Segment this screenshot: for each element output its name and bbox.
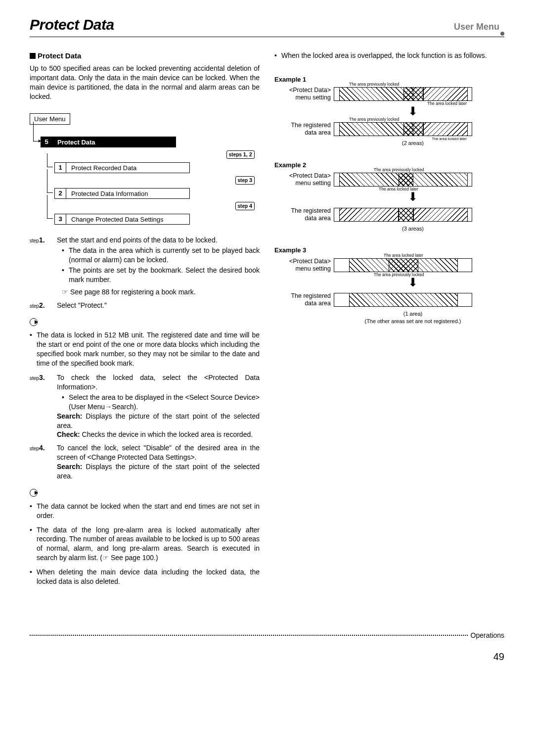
ex1-reg-later bbox=[423, 123, 468, 136]
menu-num-2: 2 bbox=[54, 188, 66, 199]
example-3: Example 3 <Protect Data>menu setting The… bbox=[274, 246, 504, 325]
note-512mb: The data is locked in 512 MB unit. The r… bbox=[37, 331, 260, 368]
step3-label: step3. bbox=[30, 373, 57, 439]
page-number: 49 bbox=[30, 650, 504, 663]
ex1-later-area bbox=[423, 88, 468, 100]
step-tag-12: steps steps 1, 21, 2 bbox=[226, 150, 255, 159]
example-1: Example 1 <Protect Data>menu setting The… bbox=[274, 75, 504, 147]
page-header: Protect Data User Menu bbox=[30, 15, 504, 37]
step-1: step1. Set the start and end points of t… bbox=[30, 236, 260, 296]
clock-icon bbox=[30, 489, 38, 497]
menu-tree: User Menu 5 Protect Data steps steps 1, … bbox=[30, 113, 260, 225]
step1-bullet1: The data in the area which is currently … bbox=[69, 246, 260, 265]
clock-icon bbox=[30, 318, 38, 326]
step4-search-label: Search: bbox=[57, 463, 82, 471]
overlap-intro: When the locked area is overlapped, the … bbox=[281, 51, 487, 60]
right-column: •When the locked area is overlapped, the… bbox=[274, 51, 504, 591]
menu-num-5: 5 bbox=[41, 137, 52, 147]
step4-label: step4. bbox=[30, 443, 57, 481]
tree-connector-icon bbox=[47, 153, 53, 167]
step2-label: step2. bbox=[30, 301, 57, 310]
dotted-leader-icon bbox=[30, 635, 468, 636]
ex1-overlap bbox=[403, 88, 423, 100]
ex2-overlap bbox=[399, 173, 413, 186]
ex2-bar2 bbox=[334, 208, 472, 222]
ex1-ann-prev: The area previously locked bbox=[349, 82, 400, 87]
step1-see: See page 88 for registering a book mark. bbox=[70, 288, 196, 296]
step-tag-4: step 4 bbox=[235, 202, 255, 210]
ex3-areas: (1 area) (The other areas set are not re… bbox=[344, 310, 482, 325]
ex2-row1-label: <Protect Data>menu setting bbox=[274, 172, 334, 187]
menu-item-protect-recorded: Protect Recorded Data bbox=[66, 162, 190, 173]
ex3-row2-label: The registereddata area bbox=[274, 292, 334, 307]
ex3-reg bbox=[349, 293, 458, 306]
tree-connector-icon bbox=[47, 169, 53, 193]
step3-check-text: Checks the device in which the locked ar… bbox=[80, 430, 253, 438]
step3-check-label: Check: bbox=[57, 430, 80, 438]
note-pre-alarm: The data of the long pre-alarm area is l… bbox=[37, 525, 260, 563]
tree-connector-icon bbox=[47, 195, 53, 219]
ex1-prev-area bbox=[339, 88, 413, 100]
ex3-ann-later: The area locked later bbox=[384, 253, 423, 258]
note-order: The data cannot be locked when the start… bbox=[37, 502, 260, 520]
ex2-row2-label: The registereddata area bbox=[274, 207, 334, 222]
menu-num-3: 3 bbox=[54, 214, 66, 225]
step3-search-text: Displays the picture of the start point … bbox=[57, 412, 260, 429]
ex2-reg-a bbox=[339, 208, 399, 221]
step1-label: step1. bbox=[30, 236, 57, 296]
left-column: Protect Data Up to 500 specified areas c… bbox=[30, 51, 260, 591]
ex2-reg-c bbox=[413, 208, 468, 221]
ex1-ann-later2: The area locked later bbox=[432, 137, 467, 142]
ex1-reg-cross bbox=[403, 123, 423, 136]
menu-num-1: 1 bbox=[54, 162, 66, 173]
tree-connector-icon bbox=[33, 122, 39, 142]
example-2: Example 2 <Protect Data>menu setting The… bbox=[274, 161, 504, 233]
step-3: step3. To check the locked data, select … bbox=[30, 373, 260, 439]
step4-search-text: Displays the picture of the start point … bbox=[57, 463, 260, 480]
footer-operations: Operations bbox=[471, 631, 504, 640]
note-delete: When deleting the main device data inclu… bbox=[37, 567, 260, 586]
ex2-bar1: The area previously locked The area lock… bbox=[334, 173, 472, 187]
ex2-areas: (3 areas) bbox=[344, 225, 482, 233]
step2-text: Select "Protect." bbox=[57, 301, 260, 310]
step3-search-label: Search: bbox=[57, 412, 82, 420]
header-section: User Menu bbox=[454, 21, 504, 36]
step-tag-3: step 3 bbox=[235, 176, 255, 185]
ex2-reg-b bbox=[399, 208, 413, 221]
ex1-ann-later: The area locked later bbox=[427, 101, 467, 106]
ex3-row1-label: <Protect Data>menu setting bbox=[274, 258, 334, 273]
menu-item-protected-info: Protected Data Information bbox=[66, 188, 190, 199]
hand-icon: ☞ bbox=[62, 287, 68, 297]
section-heading: Protect Data bbox=[30, 51, 260, 61]
ex1-ann-prev2: The area previously locked bbox=[349, 117, 400, 122]
ex3-prev bbox=[389, 259, 418, 272]
intro-text: Up to 500 specified areas can be locked … bbox=[30, 64, 260, 101]
step3-text: To check the locked data, select the <Pr… bbox=[57, 373, 260, 392]
menu-label-protect-data: Protect Data bbox=[52, 137, 176, 147]
ex1-reg-prev bbox=[339, 123, 413, 136]
ex3-bar2 bbox=[334, 293, 472, 307]
step4-text: To cancel the lock, select "Disable" of … bbox=[57, 443, 260, 462]
ex1-bar1: The area previously locked The area lock… bbox=[334, 87, 472, 101]
ex2-ann-prev: The area previously locked bbox=[374, 167, 424, 173]
ex2-ann-later: The area locked later bbox=[379, 187, 418, 192]
square-bullet-icon bbox=[30, 53, 36, 59]
ex1-bar2: The area previously locked The area lock… bbox=[334, 122, 472, 136]
step-4: step4. To cancel the lock, select "Disab… bbox=[30, 443, 260, 481]
step1-text: Set the start and end points of the data… bbox=[57, 236, 260, 245]
page-title: Protect Data bbox=[30, 15, 114, 35]
step-2: step2. Select "Protect." bbox=[30, 301, 260, 310]
ex3-bar1: The area locked later The area previousl… bbox=[334, 258, 472, 272]
step1-bullet2: The points are set by the bookmark. Sele… bbox=[69, 266, 260, 284]
footer: Operations bbox=[30, 631, 504, 640]
menu-item-change-settings: Change Protected Data Settings bbox=[66, 214, 190, 225]
ex1-row1-label: <Protect Data>menu setting bbox=[274, 87, 334, 101]
step3-bullet1: Select the area to be displayed in the <… bbox=[69, 393, 260, 412]
ex1-row2-label: The registereddata area bbox=[274, 122, 334, 137]
ex3-ann-prev: The area previously locked bbox=[374, 272, 424, 278]
